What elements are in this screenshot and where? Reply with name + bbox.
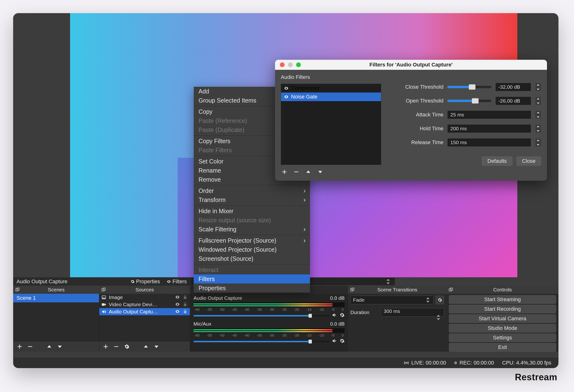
audio-meter bbox=[193, 328, 345, 333]
menu-item[interactable]: Hide in Mixer bbox=[194, 207, 310, 216]
menu-item[interactable]: Windowed Projector (Source) bbox=[194, 245, 310, 254]
close-threshold-value[interactable]: -32,00 dB bbox=[495, 83, 531, 91]
release-time-stepper[interactable] bbox=[535, 138, 541, 147]
source-toolbar: Audio Output Capture Properties Filters bbox=[13, 277, 190, 286]
filter-noise-gate[interactable]: Noise Gate bbox=[281, 93, 381, 101]
release-time-row: Release Time 150 ms bbox=[391, 138, 541, 147]
properties-button[interactable]: Properties bbox=[127, 277, 163, 286]
left-gutter bbox=[13, 13, 70, 277]
close-button[interactable]: Close bbox=[516, 156, 541, 166]
attack-time-stepper[interactable] bbox=[535, 110, 541, 119]
menu-item[interactable]: Properties bbox=[194, 283, 310, 293]
open-threshold-stepper[interactable] bbox=[535, 97, 541, 105]
sources-toolbar bbox=[99, 342, 190, 352]
add-filter-button[interactable] bbox=[281, 168, 288, 176]
scene-item[interactable]: Scene 1 bbox=[13, 294, 99, 302]
add-source-button[interactable] bbox=[102, 343, 109, 350]
menu-item[interactable]: Fullscreen Projector (Source) bbox=[194, 236, 310, 245]
channel-settings-button[interactable] bbox=[339, 313, 345, 319]
release-time-input[interactable]: 150 ms bbox=[447, 138, 531, 147]
source-settings-button[interactable] bbox=[124, 343, 130, 350]
duration-input[interactable]: 300 ms bbox=[381, 308, 444, 317]
camera-icon bbox=[101, 302, 106, 307]
hold-time-stepper[interactable] bbox=[535, 124, 541, 133]
source-down-button[interactable] bbox=[153, 343, 160, 350]
volume-slider[interactable] bbox=[193, 341, 329, 342]
mute-button[interactable] bbox=[332, 313, 337, 319]
audio-mixer-panel: Audio Output Capture0.0 dB -60-55-50-45-… bbox=[190, 294, 348, 352]
open-threshold-row: Open Threshold -26,00 dB bbox=[391, 97, 541, 105]
remove-source-button[interactable] bbox=[113, 343, 119, 350]
lock-icon[interactable] bbox=[183, 295, 188, 300]
attack-time-row: Attack Time 25 ms bbox=[391, 110, 541, 119]
channel-settings-button[interactable] bbox=[339, 338, 345, 345]
restream-watermark: Restream bbox=[515, 372, 557, 382]
defaults-button[interactable]: Defaults bbox=[482, 156, 512, 166]
rec-status: REC: 00:00:00 bbox=[454, 360, 494, 366]
source-item-video-capture[interactable]: Video Capture Devi… bbox=[99, 301, 190, 308]
menu-item[interactable]: Screenshot (Source) bbox=[194, 254, 310, 263]
menu-separator bbox=[194, 264, 310, 264]
start-virtual-camera-button[interactable]: Start Virtual Camera bbox=[449, 314, 556, 323]
transition-select[interactable]: Fade bbox=[350, 296, 434, 304]
visibility-icon[interactable] bbox=[175, 302, 180, 307]
sources-panel-header[interactable]: Sources bbox=[99, 286, 190, 294]
stepper-icon bbox=[437, 314, 442, 321]
controls-panel: Start Streaming Start Recording Start Vi… bbox=[447, 294, 558, 352]
filters-list: Compressor Noise Gate bbox=[281, 84, 381, 165]
open-threshold-slider[interactable] bbox=[447, 100, 492, 102]
add-scene-button[interactable] bbox=[17, 343, 23, 350]
visibility-icon[interactable] bbox=[175, 309, 180, 314]
scenes-toolbar bbox=[13, 342, 99, 352]
filter-up-button[interactable] bbox=[305, 168, 312, 176]
status-bar: LIVE: 00:00:00 REC: 00:00:00 CPU: 4.4%,3… bbox=[13, 358, 558, 368]
svg-rect-9 bbox=[102, 303, 105, 306]
remove-filter-button[interactable] bbox=[293, 168, 300, 176]
filter-compressor[interactable]: Compressor bbox=[281, 84, 381, 93]
broadcast-icon bbox=[404, 360, 409, 366]
transitions-panel-header[interactable]: Scene Transitions bbox=[348, 286, 447, 294]
attack-time-input[interactable]: 25 ms bbox=[447, 110, 531, 119]
source-up-button[interactable] bbox=[143, 343, 149, 350]
volume-slider[interactable] bbox=[193, 315, 329, 316]
eye-icon bbox=[284, 94, 289, 99]
menu-item[interactable]: Filters bbox=[194, 274, 310, 283]
lock-icon[interactable] bbox=[183, 309, 188, 314]
meter-ticks: -60-55-50-45-40-35-30-25-20-15-10-50 bbox=[193, 307, 345, 312]
menu-item[interactable]: Order bbox=[194, 186, 310, 195]
meter-ticks: -60-55-50-45-40-35-30-25-20-15-10-50 bbox=[193, 333, 345, 337]
remove-scene-button[interactable] bbox=[27, 343, 33, 350]
source-item-audio-output[interactable]: Audio Output Captu… bbox=[99, 308, 190, 315]
menu-separator bbox=[194, 235, 310, 235]
close-threshold-row: Close Threshold -32,00 dB bbox=[391, 83, 541, 91]
exit-button[interactable]: Exit bbox=[449, 343, 556, 352]
open-threshold-value[interactable]: -26,00 dB bbox=[495, 97, 531, 105]
filter-down-button[interactable] bbox=[317, 168, 324, 176]
studio-mode-button[interactable]: Studio Mode bbox=[449, 324, 556, 333]
controls-panel-header[interactable]: Controls bbox=[447, 286, 558, 294]
scenes-panel-header[interactable]: Scenes bbox=[13, 286, 99, 294]
lock-icon[interactable] bbox=[183, 302, 188, 307]
dialog-titlebar[interactable]: Filters for 'Audio Output Capture' bbox=[275, 60, 547, 70]
menu-item[interactable]: Scale Filtering bbox=[194, 225, 310, 234]
mute-button[interactable] bbox=[332, 338, 337, 345]
filters-dialog: Filters for 'Audio Output Capture' Audio… bbox=[275, 60, 547, 181]
start-streaming-button[interactable]: Start Streaming bbox=[449, 295, 556, 304]
transition-settings-button[interactable] bbox=[435, 296, 444, 304]
close-threshold-slider[interactable] bbox=[447, 86, 492, 88]
transitions-panel: Fade Duration 300 ms bbox=[348, 294, 447, 352]
close-threshold-stepper[interactable] bbox=[535, 83, 541, 91]
menu-item[interactable]: Transform bbox=[194, 195, 310, 204]
filters-list-toolbar bbox=[281, 168, 381, 176]
visibility-icon[interactable] bbox=[175, 295, 180, 300]
start-recording-button[interactable]: Start Recording bbox=[449, 305, 556, 313]
filters-button[interactable]: Filters bbox=[163, 277, 190, 286]
scene-up-button[interactable] bbox=[46, 343, 52, 350]
settings-button[interactable]: Settings bbox=[449, 333, 556, 342]
hold-time-input[interactable]: 200 ms bbox=[447, 124, 531, 133]
source-item-image[interactable]: Image bbox=[99, 294, 190, 301]
scene-down-button[interactable] bbox=[57, 343, 63, 350]
hold-time-row: Hold Time 200 ms bbox=[391, 124, 541, 133]
popout-icon bbox=[449, 287, 453, 292]
mixer-channel-1: Audio Output Capture0.0 dB -60-55-50-45-… bbox=[190, 294, 348, 320]
